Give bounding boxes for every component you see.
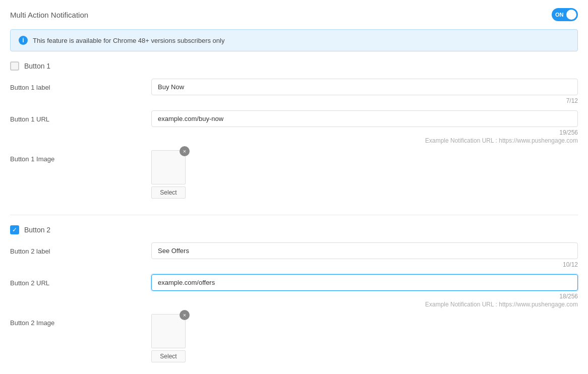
- page-container: Multi Action Notification ON i This feat…: [0, 0, 588, 374]
- button2-url-label: Button 2 URL: [10, 274, 151, 287]
- button1-checkbox[interactable]: [10, 61, 19, 71]
- info-banner: i This feature is available for Chrome 4…: [10, 29, 578, 51]
- button1-image-select-button[interactable]: Select: [151, 186, 186, 199]
- button1-label-input[interactable]: [151, 79, 578, 95]
- button2-image-field: × Select: [151, 314, 578, 362]
- button1-url-input[interactable]: [151, 110, 578, 127]
- info-banner-text: This feature is available for Chrome 48+…: [33, 37, 224, 44]
- button1-url-field: 19/256 Example Notification URL : https:…: [151, 110, 578, 144]
- button2-image-row: Button 2 Image × Select: [10, 314, 578, 362]
- button2-image-preview-container: ×: [151, 314, 186, 348]
- button1-remove-icon: ×: [183, 149, 186, 154]
- button1-section: Button 1 Button 1 label 7/12 Button 1 UR…: [10, 61, 578, 215]
- button2-image-label: Button 2 Image: [10, 314, 151, 327]
- page-title: Multi Action Notification: [10, 11, 88, 19]
- button2-remove-icon: ×: [183, 313, 186, 318]
- button1-label-charcount: 7/12: [151, 97, 578, 104]
- button1-url-row: Button 1 URL 19/256 Example Notification…: [10, 110, 578, 144]
- button1-image-field: × Select: [151, 150, 578, 199]
- page-header: Multi Action Notification ON: [10, 8, 578, 21]
- button2-label-label: Button 2 label: [10, 242, 151, 255]
- button2-url-input[interactable]: [151, 274, 578, 291]
- button2-url-charcount: 18/256: [151, 293, 578, 300]
- button1-label-field: 7/12: [151, 79, 578, 104]
- button1-image-upload: × Select: [151, 150, 578, 199]
- button1-image-row: Button 1 Image × Select: [10, 150, 578, 199]
- button1-url-label: Button 1 URL: [10, 110, 151, 123]
- button2-label-field: 10/12: [151, 242, 578, 268]
- button2-label-row: Button 2 label 10/12: [10, 242, 578, 268]
- button2-image-upload: × Select: [151, 314, 578, 362]
- button2-header: ✓ Button 2: [10, 225, 578, 234]
- toggle-wrapper[interactable]: ON: [552, 8, 578, 21]
- button2-image-preview: [151, 314, 186, 348]
- button1-url-example: Example Notification URL : https://www.p…: [151, 137, 578, 144]
- checkbox2-check-icon: ✓: [12, 227, 17, 233]
- button1-label-label: Button 1 label: [10, 79, 151, 91]
- button1-image-preview-container: ×: [151, 150, 186, 184]
- toggle-knob: [566, 10, 576, 20]
- button1-image-remove-button[interactable]: ×: [180, 146, 190, 156]
- button1-image-label: Button 1 Image: [10, 150, 151, 163]
- button2-checkbox[interactable]: ✓: [10, 225, 19, 234]
- button1-title: Button 1: [24, 62, 50, 70]
- button2-image-select-button[interactable]: Select: [151, 350, 186, 362]
- button2-url-example: Example Notification URL : https://www.p…: [151, 301, 578, 308]
- button2-url-row: Button 2 URL 18/256 Example Notification…: [10, 274, 578, 308]
- button2-image-remove-button[interactable]: ×: [180, 310, 190, 320]
- toggle-label: ON: [555, 12, 564, 18]
- info-icon: i: [19, 36, 28, 45]
- button2-label-input[interactable]: [151, 242, 578, 259]
- button2-section: ✓ Button 2 Button 2 label 10/12 Button 2…: [10, 225, 578, 374]
- button1-url-charcount: 19/256: [151, 129, 578, 136]
- toggle-switch[interactable]: ON: [552, 8, 578, 21]
- button2-url-field: 18/256 Example Notification URL : https:…: [151, 274, 578, 308]
- button1-label-row: Button 1 label 7/12: [10, 79, 578, 104]
- button2-label-charcount: 10/12: [151, 261, 578, 268]
- button2-title: Button 2: [24, 226, 50, 234]
- button1-header: Button 1: [10, 61, 578, 71]
- button1-image-preview: [151, 150, 186, 184]
